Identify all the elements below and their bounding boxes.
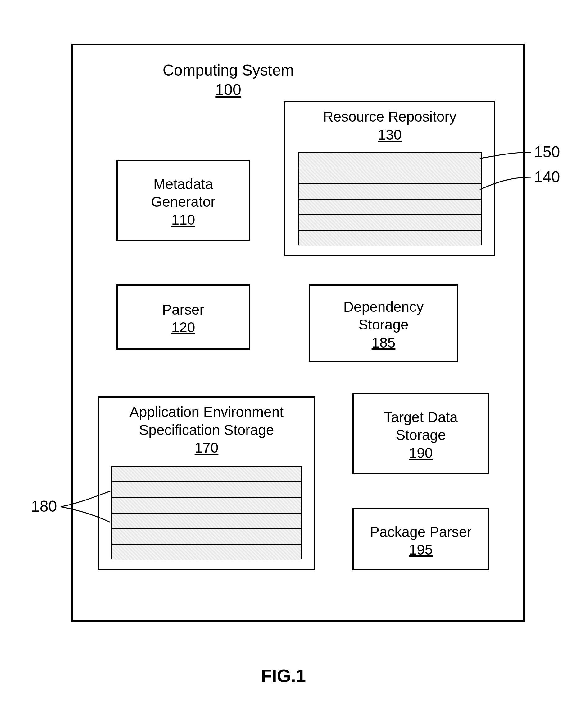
spec-row (113, 513, 301, 529)
figure-caption: FIG.1 (261, 665, 306, 686)
repo-row (299, 199, 481, 215)
target-data-storage-ref: 190 (409, 444, 433, 462)
repo-row (299, 169, 481, 184)
package-parser-ref: 195 (409, 541, 433, 559)
computing-system-title: Computing System 100 (147, 61, 309, 100)
resource-repository-stack (298, 152, 482, 245)
computing-system-ref: 100 (147, 80, 309, 100)
metadata-generator-ref: 110 (171, 211, 195, 229)
target-data-storage-box: Target Data Storage 190 (352, 393, 489, 474)
resource-repository-box: Resource Repository 130 (284, 101, 495, 256)
repo-row (299, 153, 481, 169)
dependency-storage-box: Dependency Storage 185 (309, 285, 458, 362)
resource-repository-ref: 130 (378, 126, 402, 144)
callout-150: 150 (534, 143, 560, 161)
dependency-storage-ref: 185 (372, 334, 396, 352)
repo-row (299, 231, 481, 246)
spec-row (113, 482, 301, 498)
spec-row (113, 498, 301, 513)
spec-row (113, 545, 301, 560)
target-data-storage-label: Target Data Storage (384, 405, 458, 444)
app-env-spec-storage-box: Application Environment Specification St… (98, 396, 315, 570)
parser-box: Parser 120 (117, 285, 250, 350)
computing-system-box: Computing System 100 Metadata Generator … (71, 44, 525, 622)
app-env-spec-storage-label: Application Environment Specification St… (130, 398, 284, 439)
metadata-generator-box: Metadata Generator 110 (117, 160, 250, 241)
dependency-storage-label: Dependency Storage (344, 295, 424, 334)
callout-140: 140 (534, 168, 560, 186)
callout-180: 180 (31, 497, 57, 515)
repo-row (299, 184, 481, 199)
app-env-spec-stack (112, 466, 301, 559)
spec-row (113, 467, 301, 482)
package-parser-label: Package Parser (370, 520, 472, 541)
spec-row (113, 529, 301, 545)
diagram-canvas: Computing System 100 Metadata Generator … (0, 0, 572, 728)
metadata-generator-label: Metadata Generator (151, 172, 215, 211)
parser-label: Parser (162, 298, 204, 319)
package-parser-box: Package Parser 195 (352, 508, 489, 570)
computing-system-label: Computing System (147, 61, 309, 80)
resource-repository-label: Resource Repository (323, 102, 456, 126)
parser-ref: 120 (171, 319, 195, 337)
app-env-spec-storage-ref: 170 (195, 439, 219, 457)
repo-row (299, 215, 481, 231)
